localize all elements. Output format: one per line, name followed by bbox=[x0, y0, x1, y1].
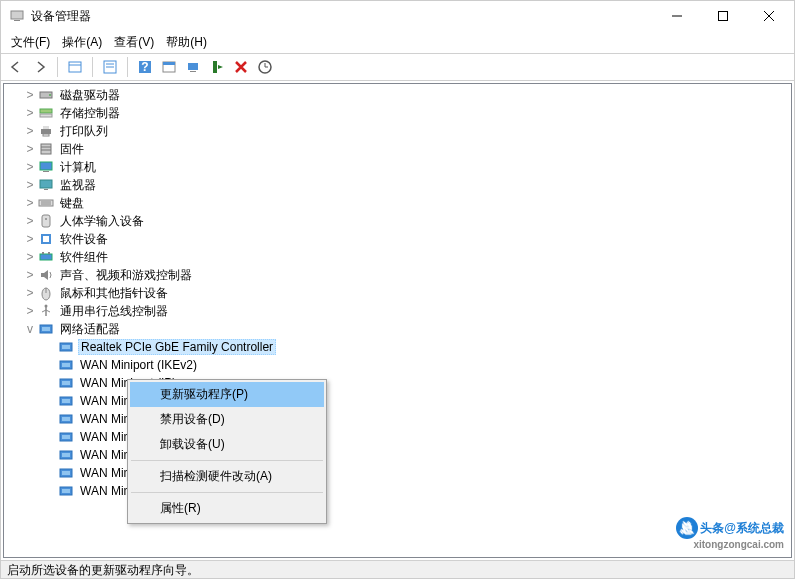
tree-device[interactable]: WAN Miniport (IKEv2) bbox=[4, 356, 791, 374]
expand-icon[interactable]: > bbox=[22, 232, 38, 246]
storage-icon bbox=[38, 105, 54, 121]
maximize-button[interactable] bbox=[700, 1, 746, 31]
menu-file[interactable]: 文件(F) bbox=[5, 32, 56, 53]
tree-device[interactable]: WAN Miniport (PPPOE) bbox=[4, 446, 791, 464]
svg-rect-54 bbox=[62, 381, 70, 385]
tree-device[interactable]: WAN Miniport (SSTP) bbox=[4, 482, 791, 500]
svg-point-37 bbox=[45, 218, 47, 220]
expand-icon[interactable]: > bbox=[22, 286, 38, 300]
menu-action[interactable]: 操作(A) bbox=[56, 32, 108, 53]
network-adapter-icon bbox=[58, 447, 74, 463]
network-adapter-icon bbox=[58, 393, 74, 409]
window-title: 设备管理器 bbox=[31, 8, 654, 25]
tree-category[interactable]: >计算机 bbox=[4, 158, 791, 176]
svg-rect-33 bbox=[39, 200, 53, 206]
tree-category[interactable]: >软件组件 bbox=[4, 248, 791, 266]
svg-rect-3 bbox=[719, 12, 728, 21]
uninstall-button[interactable] bbox=[230, 56, 252, 78]
sound-icon bbox=[38, 267, 54, 283]
scan-button[interactable] bbox=[182, 56, 204, 78]
tree-device[interactable]: Realtek PCIe GbE Family Controller bbox=[4, 338, 791, 356]
tree-category[interactable]: >存储控制器 bbox=[4, 104, 791, 122]
context-menu-item[interactable]: 禁用设备(D) bbox=[130, 407, 324, 432]
svg-rect-0 bbox=[11, 11, 23, 19]
collapse-icon[interactable]: v bbox=[22, 322, 38, 336]
component-icon bbox=[38, 249, 54, 265]
svg-rect-42 bbox=[48, 252, 50, 254]
show-hide-button[interactable] bbox=[64, 56, 86, 78]
tree-category-network[interactable]: v网络适配器 bbox=[4, 320, 791, 338]
properties-button[interactable] bbox=[99, 56, 121, 78]
tree-category[interactable]: >软件设备 bbox=[4, 230, 791, 248]
back-button[interactable] bbox=[5, 56, 27, 78]
help-button[interactable]: ? bbox=[134, 56, 156, 78]
svg-rect-29 bbox=[40, 162, 52, 170]
expand-icon[interactable]: > bbox=[22, 304, 38, 318]
forward-button[interactable] bbox=[29, 56, 51, 78]
app-icon bbox=[9, 8, 25, 24]
context-menu: 更新驱动程序(P)禁用设备(D)卸载设备(U)扫描检测硬件改动(A)属性(R) bbox=[127, 379, 327, 524]
tree-label: 打印队列 bbox=[58, 123, 110, 140]
svg-rect-60 bbox=[62, 435, 70, 439]
svg-rect-21 bbox=[40, 109, 52, 113]
tree-device[interactable]: WAN Miniport (L2TP) bbox=[4, 410, 791, 428]
svg-rect-48 bbox=[42, 327, 50, 331]
update-button[interactable] bbox=[254, 56, 276, 78]
expand-icon[interactable]: > bbox=[22, 250, 38, 264]
enable-button[interactable] bbox=[206, 56, 228, 78]
minimize-button[interactable] bbox=[654, 1, 700, 31]
tree-category[interactable]: >键盘 bbox=[4, 194, 791, 212]
menu-help[interactable]: 帮助(H) bbox=[160, 32, 213, 53]
disk-icon bbox=[38, 87, 54, 103]
tree-category[interactable]: >鼠标和其他指针设备 bbox=[4, 284, 791, 302]
expand-icon[interactable]: > bbox=[22, 178, 38, 192]
action-button[interactable] bbox=[158, 56, 180, 78]
tree-label: 固件 bbox=[58, 141, 86, 158]
tree-category[interactable]: >固件 bbox=[4, 140, 791, 158]
network-adapter-icon bbox=[58, 411, 74, 427]
expand-icon[interactable]: > bbox=[22, 88, 38, 102]
tree-category[interactable]: >打印队列 bbox=[4, 122, 791, 140]
printer-icon bbox=[38, 123, 54, 139]
tree-category[interactable]: >声音、视频和游戏控制器 bbox=[4, 266, 791, 284]
network-adapter-icon bbox=[58, 375, 74, 391]
tree-category[interactable]: >通用串行总线控制器 bbox=[4, 302, 791, 320]
tree-label: 声音、视频和游戏控制器 bbox=[58, 267, 194, 284]
svg-rect-24 bbox=[43, 126, 49, 129]
expand-icon[interactable]: > bbox=[22, 106, 38, 120]
usb-icon bbox=[38, 303, 54, 319]
tree-device[interactable]: WAN Miniport (PPTP) bbox=[4, 464, 791, 482]
watermark-sub: xitongzongcai.com bbox=[676, 539, 784, 550]
close-button[interactable] bbox=[746, 1, 792, 31]
tree-label: Realtek PCIe GbE Family Controller bbox=[78, 339, 276, 355]
svg-rect-26 bbox=[41, 144, 51, 154]
expand-icon[interactable]: > bbox=[22, 268, 38, 282]
tree-category[interactable]: >监视器 bbox=[4, 176, 791, 194]
tree-category[interactable]: >磁盘驱动器 bbox=[4, 86, 791, 104]
tree-device[interactable]: WAN Miniport (IP) bbox=[4, 374, 791, 392]
expand-icon[interactable]: > bbox=[22, 124, 38, 138]
tree-category[interactable]: >人体学输入设备 bbox=[4, 212, 791, 230]
expand-icon[interactable]: > bbox=[22, 160, 38, 174]
expand-icon[interactable]: > bbox=[22, 196, 38, 210]
device-tree[interactable]: >磁盘驱动器>存储控制器>打印队列>固件>计算机>监视器>键盘>人体学输入设备>… bbox=[3, 83, 792, 558]
svg-rect-66 bbox=[62, 489, 70, 493]
menu-view[interactable]: 查看(V) bbox=[108, 32, 160, 53]
titlebar: 设备管理器 bbox=[1, 1, 794, 31]
tree-device[interactable]: WAN Miniport (Network Monitor) bbox=[4, 428, 791, 446]
svg-rect-56 bbox=[62, 399, 70, 403]
svg-rect-52 bbox=[62, 363, 70, 367]
svg-point-20 bbox=[49, 94, 51, 96]
tree-device[interactable]: WAN Miniport (IPv6) bbox=[4, 392, 791, 410]
context-menu-item[interactable]: 卸载设备(U) bbox=[130, 432, 324, 457]
context-menu-item[interactable]: 扫描检测硬件改动(A) bbox=[130, 464, 324, 489]
svg-rect-22 bbox=[40, 114, 52, 117]
svg-rect-31 bbox=[40, 180, 52, 188]
svg-rect-17 bbox=[213, 61, 217, 73]
mouse-icon bbox=[38, 285, 54, 301]
context-menu-item[interactable]: 更新驱动程序(P) bbox=[130, 382, 324, 407]
svg-rect-14 bbox=[163, 62, 175, 65]
expand-icon[interactable]: > bbox=[22, 214, 38, 228]
expand-icon[interactable]: > bbox=[22, 142, 38, 156]
context-menu-item[interactable]: 属性(R) bbox=[130, 496, 324, 521]
